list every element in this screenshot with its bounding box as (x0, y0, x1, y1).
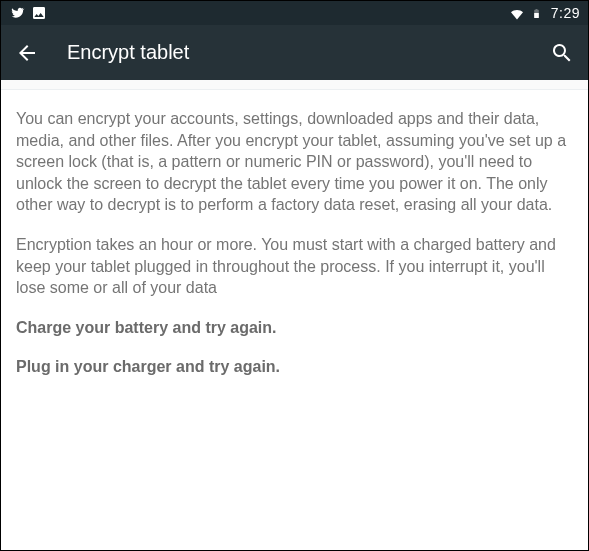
app-toolbar: Encrypt tablet (1, 25, 588, 80)
status-right: 7:29 (509, 5, 580, 21)
description-paragraph-1: You can encrypt your accounts, settings,… (16, 108, 573, 216)
warning-plug-charger: Plug in your charger and try again. (16, 356, 573, 378)
status-left (9, 5, 47, 21)
status-bar: 7:29 (1, 1, 588, 25)
wifi-icon (509, 5, 525, 21)
twitter-icon (9, 5, 25, 21)
description-paragraph-2: Encryption takes an hour or more. You mu… (16, 234, 573, 299)
warning-charge-battery: Charge your battery and try again. (16, 317, 573, 339)
content-area: You can encrypt your accounts, settings,… (1, 90, 588, 378)
page-title: Encrypt tablet (67, 41, 550, 64)
search-icon[interactable] (550, 41, 574, 65)
subheader-divider (1, 80, 588, 90)
battery-icon (529, 5, 545, 21)
back-arrow-icon[interactable] (15, 41, 39, 65)
image-icon (31, 5, 47, 21)
clock: 7:29 (551, 5, 580, 21)
